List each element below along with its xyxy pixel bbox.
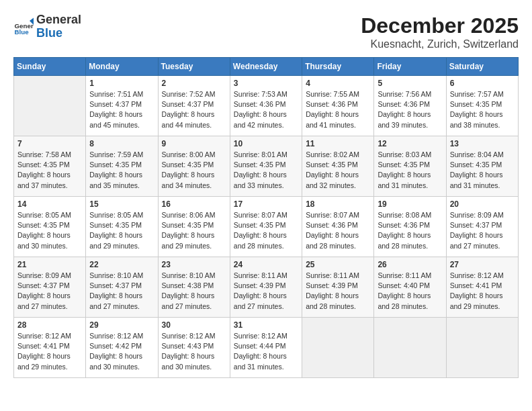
day-info: Sunrise: 8:11 AMSunset: 4:39 PMDaylight:… [234,271,298,312]
day-info: Sunrise: 8:11 AMSunset: 4:39 PMDaylight:… [306,271,370,312]
day-number: 4 [306,79,370,88]
day-info: Sunrise: 8:10 AMSunset: 4:38 PMDaylight:… [162,271,226,312]
calendar-day-cell: 13Sunrise: 8:04 AMSunset: 4:35 PMDayligh… [446,136,518,197]
weekday-cell: Sunday [14,58,86,76]
day-number: 1 [89,79,154,88]
day-info: Sunrise: 8:04 AMSunset: 4:35 PMDaylight:… [450,150,515,191]
day-info: Sunrise: 7:52 AMSunset: 4:37 PMDaylight:… [162,89,226,130]
weekday-cell: Monday [86,58,158,76]
day-number: 14 [17,199,82,209]
day-number: 20 [450,199,515,209]
day-info: Sunrise: 8:07 AMSunset: 4:35 PMDaylight:… [234,210,298,251]
calendar-week-row: 7Sunrise: 7:58 AMSunset: 4:35 PMDaylight… [14,136,519,197]
logo: General Blue General Blue [13,13,81,40]
day-number: 29 [89,320,154,330]
logo-blue: Blue [36,27,81,40]
day-info: Sunrise: 8:12 AMSunset: 4:42 PMDaylight:… [89,331,154,372]
day-number: 7 [17,139,82,148]
day-number: 18 [306,199,370,209]
day-info: Sunrise: 8:08 AMSunset: 4:36 PMDaylight:… [378,210,442,251]
day-number: 11 [306,139,370,148]
weekday-header-row: SundayMondayTuesdayWednesdayThursdayFrid… [14,58,519,76]
day-info: Sunrise: 8:12 AMSunset: 4:41 PMDaylight:… [17,331,82,372]
title-block: December 2025 Kuesnacht, Zurich, Switzer… [361,13,519,50]
day-info: Sunrise: 7:55 AMSunset: 4:36 PMDaylight:… [306,89,370,130]
calendar-day-cell: 3Sunrise: 7:53 AMSunset: 4:36 PMDaylight… [230,76,302,136]
calendar-week-row: 1Sunrise: 7:51 AMSunset: 4:37 PMDaylight… [14,76,519,136]
day-info: Sunrise: 7:58 AMSunset: 4:35 PMDaylight:… [17,150,82,191]
calendar-week-row: 14Sunrise: 8:05 AMSunset: 4:35 PMDayligh… [14,197,519,257]
calendar-day-cell: 9Sunrise: 8:00 AMSunset: 4:35 PMDaylight… [158,136,230,197]
day-info: Sunrise: 8:12 AMSunset: 4:44 PMDaylight:… [234,331,298,372]
calendar-day-cell: 24Sunrise: 8:11 AMSunset: 4:39 PMDayligh… [230,257,302,318]
day-number: 17 [234,199,298,209]
calendar-day-cell: 8Sunrise: 7:59 AMSunset: 4:35 PMDaylight… [86,136,158,197]
day-info: Sunrise: 7:51 AMSunset: 4:37 PMDaylight:… [89,89,154,130]
day-number: 21 [17,260,82,269]
calendar-day-cell: 2Sunrise: 7:52 AMSunset: 4:37 PMDaylight… [158,76,230,136]
calendar-week-row: 21Sunrise: 8:09 AMSunset: 4:37 PMDayligh… [14,257,519,318]
calendar-day-cell: 15Sunrise: 8:05 AMSunset: 4:35 PMDayligh… [86,197,158,257]
logo-general: General [36,13,81,27]
day-number: 13 [450,139,515,148]
calendar-day-cell: 20Sunrise: 8:09 AMSunset: 4:37 PMDayligh… [446,197,518,257]
day-number: 10 [234,139,298,148]
day-number: 8 [89,139,154,148]
day-info: Sunrise: 8:05 AMSunset: 4:35 PMDaylight:… [17,210,82,251]
day-number: 27 [450,260,515,269]
calendar-day-cell: 29Sunrise: 8:12 AMSunset: 4:42 PMDayligh… [86,318,158,378]
calendar-day-cell: 25Sunrise: 8:11 AMSunset: 4:39 PMDayligh… [302,257,374,318]
day-info: Sunrise: 7:56 AMSunset: 4:36 PMDaylight:… [378,89,442,130]
day-number: 5 [378,79,442,88]
weekday-cell: Saturday [446,58,518,76]
weekday-cell: Tuesday [158,58,230,76]
day-info: Sunrise: 8:01 AMSunset: 4:35 PMDaylight:… [234,150,298,191]
calendar-day-cell: 23Sunrise: 8:10 AMSunset: 4:38 PMDayligh… [158,257,230,318]
day-info: Sunrise: 8:09 AMSunset: 4:37 PMDaylight:… [450,210,515,251]
day-info: Sunrise: 8:12 AMSunset: 4:43 PMDaylight:… [162,331,226,372]
logo-text: General Blue [36,13,81,40]
day-number: 28 [17,320,82,330]
calendar-day-cell: 17Sunrise: 8:07 AMSunset: 4:35 PMDayligh… [230,197,302,257]
day-number: 26 [378,260,442,269]
calendar-day-cell: 30Sunrise: 8:12 AMSunset: 4:43 PMDayligh… [158,318,230,378]
day-number: 30 [162,320,226,330]
day-info: Sunrise: 8:07 AMSunset: 4:36 PMDaylight:… [306,210,370,251]
day-info: Sunrise: 8:12 AMSunset: 4:41 PMDaylight:… [450,271,515,312]
calendar-day-cell: 5Sunrise: 7:56 AMSunset: 4:36 PMDaylight… [374,76,446,136]
svg-text:Blue: Blue [15,28,30,36]
calendar-day-cell: 22Sunrise: 8:10 AMSunset: 4:37 PMDayligh… [86,257,158,318]
calendar-day-cell: 1Sunrise: 7:51 AMSunset: 4:37 PMDaylight… [86,76,158,136]
day-info: Sunrise: 8:03 AMSunset: 4:35 PMDaylight:… [378,150,442,191]
calendar-day-cell: 14Sunrise: 8:05 AMSunset: 4:35 PMDayligh… [14,197,86,257]
calendar-day-cell: 21Sunrise: 8:09 AMSunset: 4:37 PMDayligh… [14,257,86,318]
day-info: Sunrise: 8:09 AMSunset: 4:37 PMDaylight:… [17,271,82,312]
day-info: Sunrise: 7:53 AMSunset: 4:36 PMDaylight:… [234,89,298,130]
calendar-body: 1Sunrise: 7:51 AMSunset: 4:37 PMDaylight… [14,76,519,378]
calendar-day-cell: 18Sunrise: 8:07 AMSunset: 4:36 PMDayligh… [302,197,374,257]
calendar-title: December 2025 [361,13,519,38]
day-info: Sunrise: 8:06 AMSunset: 4:35 PMDaylight:… [162,210,226,251]
weekday-cell: Friday [374,58,446,76]
day-number: 9 [162,139,226,148]
calendar-day-cell: 27Sunrise: 8:12 AMSunset: 4:41 PMDayligh… [446,257,518,318]
calendar-day-cell [14,76,86,136]
day-info: Sunrise: 8:05 AMSunset: 4:35 PMDaylight:… [89,210,154,251]
day-info: Sunrise: 8:02 AMSunset: 4:35 PMDaylight:… [306,150,370,191]
calendar-day-cell: 7Sunrise: 7:58 AMSunset: 4:35 PMDaylight… [14,136,86,197]
calendar-day-cell: 12Sunrise: 8:03 AMSunset: 4:35 PMDayligh… [374,136,446,197]
day-number: 3 [234,79,298,88]
calendar-subtitle: Kuesnacht, Zurich, Switzerland [361,38,519,50]
calendar-day-cell: 31Sunrise: 8:12 AMSunset: 4:44 PMDayligh… [230,318,302,378]
weekday-cell: Thursday [302,58,374,76]
day-number: 12 [378,139,442,148]
calendar-day-cell [302,318,374,378]
day-number: 22 [89,260,154,269]
calendar-table: SundayMondayTuesdayWednesdayThursdayFrid… [13,57,519,378]
day-number: 16 [162,199,226,209]
day-number: 19 [378,199,442,209]
calendar-day-cell: 28Sunrise: 8:12 AMSunset: 4:41 PMDayligh… [14,318,86,378]
calendar-day-cell [446,318,518,378]
calendar-day-cell [374,318,446,378]
calendar-day-cell: 16Sunrise: 8:06 AMSunset: 4:35 PMDayligh… [158,197,230,257]
